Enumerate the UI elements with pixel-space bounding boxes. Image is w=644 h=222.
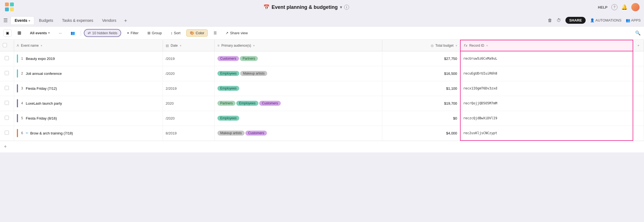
row-num-label: 6 [21, 131, 23, 135]
event-name-text: Fiesta Friday (7/12) [26, 86, 57, 91]
notifications-icon[interactable]: 🔔 [621, 4, 627, 10]
th-record-id[interactable]: fx Record ID ▾ [460, 40, 633, 51]
cell-budget: $0 [382, 111, 460, 126]
table-row: 1 Beauty expo 2019 /2019CustomersPartner… [0, 51, 644, 66]
apps-label[interactable]: 👥 APPS [626, 18, 641, 22]
cell-event-name[interactable]: 2 Joli annual conference [14, 66, 163, 81]
add-column-button[interactable]: + [633, 40, 644, 51]
select-all-checkbox[interactable] [3, 43, 7, 47]
search-icon[interactable]: 🔍 [635, 30, 641, 36]
nav-right-actions: 🗑 ⏱ SHARE 👤 AUTOMATIONS 👥 APPS [548, 17, 641, 24]
top-bar: 📅 Event planning & budgeting ▾ i HELP ? … [0, 0, 644, 14]
cell-record-id: rec2usKljsCNCzypt [460, 126, 633, 141]
event-name-text: LuxeLash launch party [26, 101, 62, 105]
cell-record-id: recUruw5z6CxMa9uL [460, 51, 633, 66]
row-color-indicator [17, 69, 18, 78]
th-date[interactable]: ▤ Date ▾ [163, 40, 214, 51]
row-color-indicator [17, 54, 18, 63]
row-number [0, 126, 14, 141]
row-checkbox[interactable] [5, 116, 9, 120]
share-view-button[interactable]: ↗ Share view [223, 30, 250, 36]
history-icon[interactable]: ⏱ [557, 18, 561, 23]
hamburger-icon[interactable]: ☰ [3, 17, 8, 23]
help-label[interactable]: HELP [598, 5, 607, 9]
app-title: Event planning & budgeting [272, 4, 338, 10]
tab-vendors[interactable]: Vendors [98, 16, 120, 24]
hidden-fields-button[interactable]: ⇄ 10 hidden fields [84, 29, 121, 37]
th-budget[interactable]: ◎ Total budget ▾ [382, 40, 460, 51]
separator-1 [81, 30, 81, 36]
row-checkbox[interactable] [5, 131, 9, 135]
user-avatar[interactable] [631, 3, 640, 11]
cell-audience: PartnersEmployeesCustomers [215, 96, 382, 111]
cell-budget: $16,500 [382, 66, 460, 81]
th-event-name[interactable]: A Event name ▾ [14, 40, 163, 51]
cell-event-name[interactable]: 6 ✏ Brow & arch training (7/18) [14, 126, 163, 141]
sort-button[interactable]: ↕ Sort [168, 29, 183, 37]
color-button[interactable]: 🎨 Color [186, 29, 208, 37]
row-checkbox[interactable] [5, 71, 9, 75]
info-icon[interactable]: i [344, 5, 349, 10]
row-color-indicator [17, 129, 18, 137]
nav-tabs: ☰ Events ▾ Budgets Tasks & expenses Vend… [0, 14, 644, 27]
cell-record-id: recrQojjQD5O5M7mM [460, 96, 633, 111]
date-col-icon: ▤ [166, 44, 169, 47]
cell-audience: Employees [215, 111, 382, 126]
event-name-text: Fiesta Friday (8/16) [26, 116, 57, 120]
title-dropdown-icon[interactable]: ▾ [340, 5, 342, 9]
row-checkbox[interactable] [5, 101, 9, 105]
formula-col-icon: fx [463, 44, 467, 47]
cell-event-name[interactable]: 4 LuxeLash launch party [14, 96, 163, 111]
pencil-icon: ✏ [26, 131, 28, 135]
audience-tag: Makeup artists [240, 71, 267, 76]
audience-tag: Partners [240, 56, 258, 61]
row-number [0, 111, 14, 126]
cell-date: 2/2019 [163, 81, 214, 96]
calendar-icon: 📅 [263, 4, 269, 10]
group-button[interactable]: ⊞ Group [144, 29, 165, 37]
row-num-label: 4 [21, 101, 23, 105]
add-tab-button[interactable]: ＋ [121, 17, 130, 24]
table-header-row: A Event name ▾ ▤ Date ▾ ≡ Primary audien… [0, 40, 644, 51]
table-row: 2 Joli annual conference /2020EmployeesM… [0, 66, 644, 81]
automations-label[interactable]: 👤 AUTOMATIONS [590, 18, 621, 22]
cell-add-col [633, 96, 644, 111]
group-users-icon[interactable]: 👥 [67, 29, 78, 37]
th-audience[interactable]: ≡ Primary audience(s) ▾ [215, 40, 382, 51]
cell-event-name[interactable]: 3 Fiesta Friday (7/12) [14, 81, 163, 96]
th-checkbox[interactable] [0, 40, 14, 51]
cell-event-name[interactable]: 1 Beauty expo 2019 [14, 51, 163, 66]
add-row-button[interactable]: + [0, 141, 644, 152]
row-color-indicator [17, 84, 18, 92]
view-options-icon[interactable]: ··· [56, 29, 65, 37]
row-num-label: 2 [21, 72, 23, 75]
cell-add-col [633, 51, 644, 66]
share-button[interactable]: SHARE [565, 17, 586, 24]
view-label[interactable]: All events ▾ [27, 29, 53, 37]
row-number [0, 96, 14, 111]
filter-button[interactable]: ≡ Filter [124, 29, 141, 37]
cell-date: /2019 [163, 51, 214, 66]
event-name-text: Brow & arch training (7/18) [30, 131, 73, 135]
svg-rect-2 [5, 7, 9, 11]
cell-record-id: recx1IOgmT6Dv3zxd [460, 81, 633, 96]
tab-events[interactable]: Events ▾ [11, 16, 34, 24]
cell-date: /2020 [163, 66, 214, 81]
cell-record-id: recuEgUDrUIuiR6h8 [460, 66, 633, 81]
sidebar-toggle[interactable]: ▣ [3, 29, 12, 37]
audience-tag: Employees [217, 86, 239, 91]
row-height-button[interactable]: ☰ [211, 29, 220, 37]
audience-tag: Customers [217, 56, 239, 61]
row-checkbox[interactable] [5, 86, 9, 90]
row-number [0, 51, 14, 66]
svg-rect-3 [10, 7, 14, 11]
cell-event-name[interactable]: 5 Fiesta Friday (8/16) [14, 111, 163, 126]
tab-tasks[interactable]: Tasks & expenses [58, 16, 97, 24]
delete-icon[interactable]: 🗑 [548, 18, 552, 23]
cell-date: 8/2019 [163, 126, 214, 141]
help-icon[interactable]: ? [611, 4, 617, 10]
cell-date: /2020 [163, 111, 214, 126]
tab-budgets[interactable]: Budgets [35, 16, 57, 24]
main-table: A Event name ▾ ▤ Date ▾ ≡ Primary audien… [0, 40, 644, 141]
row-checkbox[interactable] [5, 56, 9, 60]
